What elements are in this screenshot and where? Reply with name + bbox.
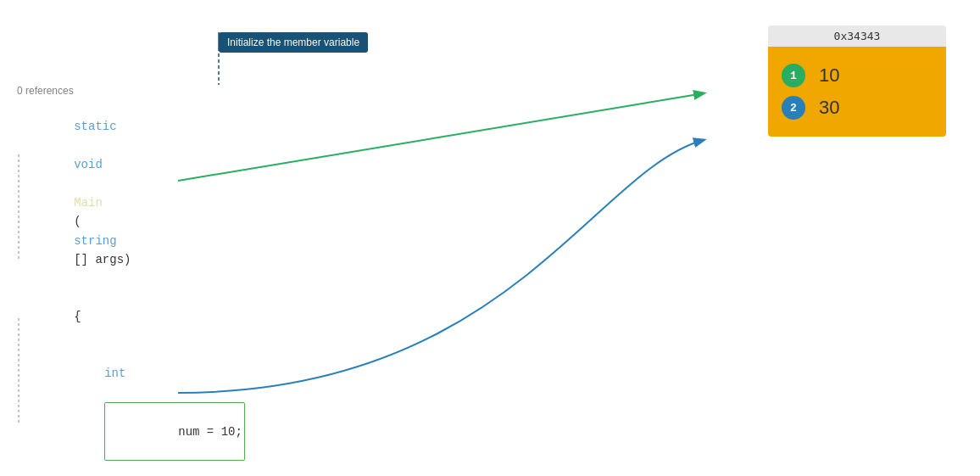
paren-open: ( (74, 215, 81, 228)
code-line-open1: { (17, 288, 543, 345)
main-container: Initialize the member variable 0 referen… (0, 0, 980, 476)
memory-body: 1 10 2 30 (768, 47, 946, 137)
memory-panel: 0x34343 1 10 2 30 (768, 25, 946, 137)
kw-string: string (74, 234, 116, 248)
badge-label-2: 2 (790, 102, 797, 115)
memory-address: 0x34343 (768, 25, 946, 47)
memory-row-2: 2 30 (782, 96, 933, 120)
num-decl-text: num = 10; (178, 425, 242, 439)
method-main: Main (74, 196, 103, 210)
memory-value-1: 10 (819, 64, 839, 87)
brace-open1: { (74, 310, 81, 323)
bracket: [] args) (74, 253, 131, 266)
code-line-main-sig: static void Main ( string [] args) (17, 98, 543, 288)
space3 (104, 386, 111, 400)
main-method-block: 0 references static void Main ( string [… (17, 85, 543, 476)
kw-static: static (74, 120, 116, 133)
kw-void: void (74, 158, 103, 171)
memory-badge-2: 2 (782, 96, 805, 120)
kw-int: int (104, 367, 125, 380)
badge-label-1: 1 (790, 70, 797, 82)
code-area: 0 references static void Main ( string [… (17, 17, 543, 476)
memory-value-2: 30 (819, 97, 839, 119)
space (74, 139, 81, 153)
num-highlight: num = 10; (104, 402, 245, 461)
memory-badge-1: 1 (782, 64, 805, 87)
memory-row-1: 1 10 (782, 64, 933, 87)
main-ref-label: 0 references (17, 85, 543, 97)
space2 (74, 177, 81, 191)
code-line-num: int num = 10; (17, 345, 543, 476)
